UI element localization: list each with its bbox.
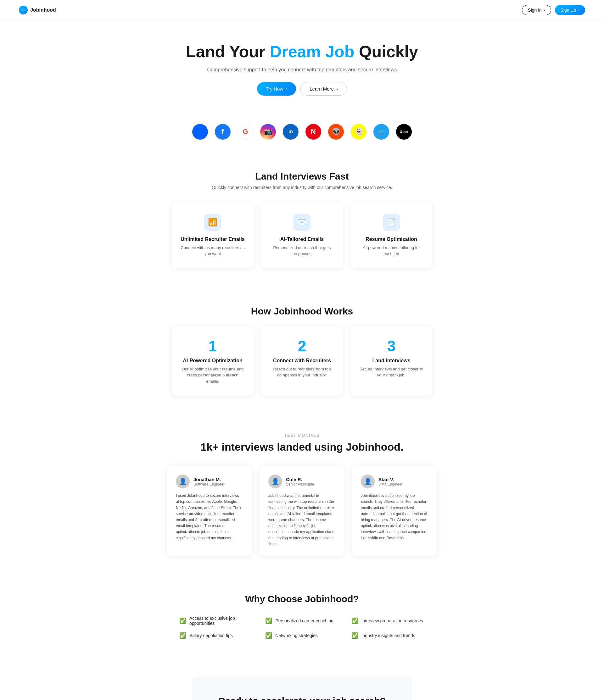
company-logo-snapchat: 👻 bbox=[351, 124, 366, 140]
step-desc: Secure interviews and get closer to your… bbox=[359, 366, 424, 378]
testimonial-card: 👤 Stan V. Data Engineer Jobinhood revolu… bbox=[352, 466, 437, 556]
interviews-title: Land Interviews Fast bbox=[6, 171, 598, 182]
card-title: AI-Tailored Emails bbox=[270, 236, 334, 242]
why-item: ✅ Interview preparation resources bbox=[352, 616, 425, 626]
why-item: ✅ Industry insights and trends bbox=[352, 632, 425, 639]
cta-box: Ready to accelerate your job search? Joi… bbox=[192, 677, 412, 700]
testimonial-role: Software Engineer bbox=[193, 482, 225, 486]
company-logo-facebook: f bbox=[215, 124, 231, 140]
chevron-right-icon: › bbox=[543, 7, 545, 12]
why-item-label: Access to exclusive job opportunities bbox=[189, 616, 252, 626]
cta-title: Ready to accelerate your job search? bbox=[204, 696, 400, 700]
why-item: ✅ Salary negotiation tips bbox=[179, 632, 252, 639]
testimonial-header: 👤 Jonathan M. Software Engineer bbox=[176, 475, 243, 489]
step-desc: Reach out to recruiters from top compani… bbox=[270, 366, 334, 378]
why-grid: ✅ Access to exclusive job opportunities … bbox=[179, 616, 425, 639]
feature-card: ✉️ AI-Tailored Emails Personalized outre… bbox=[261, 202, 343, 268]
testimonial-user-info: Jonathan M. Software Engineer bbox=[193, 477, 225, 486]
testimonials-title: 1k+ interviews landed using Jobinhood. bbox=[6, 441, 598, 453]
testimonial-user-info: Stan V. Data Engineer bbox=[379, 477, 403, 486]
card-desc: Connect with as many recruiters as you w… bbox=[180, 245, 245, 257]
testimonial-role: Senior Associate bbox=[286, 482, 314, 486]
try-now-button[interactable]: Try Now › bbox=[257, 82, 296, 96]
card-desc: AI-powered resume tailoring for each job bbox=[359, 245, 424, 257]
interviews-section: Land Interviews Fast Quickly connect wit… bbox=[0, 152, 604, 287]
check-icon: ✅ bbox=[265, 632, 272, 639]
company-logo-twitter: 🐦 bbox=[373, 124, 389, 140]
check-icon: ✅ bbox=[265, 617, 272, 624]
card-icon: ✉️ bbox=[293, 214, 311, 231]
company-logo-instagram: 📷 bbox=[260, 124, 276, 140]
company-logos: fG📷inN👽👻🐦Uber bbox=[0, 111, 604, 152]
how-card: 3 Land Interviews Secure interviews and … bbox=[351, 326, 432, 396]
avatar: 👤 bbox=[268, 475, 282, 489]
avatar: 👤 bbox=[361, 475, 375, 489]
how-section: How Jobinhood Works 1 AI-Powered Optimiz… bbox=[0, 287, 604, 415]
chevron-right-icon: › bbox=[336, 86, 338, 92]
company-logo-linkedin: in bbox=[283, 124, 298, 140]
step-number: 3 bbox=[359, 338, 424, 355]
step-number: 2 bbox=[270, 338, 334, 355]
company-logo-reddit: 👽 bbox=[328, 124, 344, 140]
why-item-label: Industry insights and trends bbox=[361, 633, 415, 638]
logo: 🐦 Jobinhood bbox=[19, 6, 56, 15]
why-item-label: Interview preparation resources bbox=[361, 618, 423, 623]
card-icon: 📄 bbox=[383, 214, 400, 231]
company-logo-dropbox bbox=[192, 124, 208, 140]
step-desc: Our AI optimizes your resume and crafts … bbox=[180, 366, 245, 384]
feature-card: 📄 Resume Optimization AI-powered resume … bbox=[351, 202, 432, 268]
testimonial-header: 👤 Stan V. Data Engineer bbox=[361, 475, 428, 489]
testimonial-text: Jobinhood revolutionized my job search. … bbox=[361, 493, 428, 541]
step-title: AI-Powered Optimization bbox=[180, 358, 245, 364]
nav-buttons: Sign In › Sign Up › bbox=[522, 5, 585, 15]
check-icon: ✅ bbox=[179, 617, 186, 624]
why-item-label: Personalized career coaching bbox=[275, 618, 333, 623]
chevron-right-icon: › bbox=[286, 86, 287, 92]
logo-icon: 🐦 bbox=[19, 6, 28, 15]
step-number: 1 bbox=[180, 338, 245, 355]
how-title: How Jobinhood Works bbox=[6, 306, 598, 317]
how-cards: 1 AI-Powered Optimization Our AI optimiz… bbox=[6, 326, 598, 396]
step-title: Land Interviews bbox=[359, 358, 424, 364]
interviews-subtitle: Quickly connect with recruiters from any… bbox=[6, 185, 598, 190]
testimonial-card: 👤 Jonathan M. Software Engineer I used J… bbox=[167, 466, 252, 556]
why-item-label: Salary negotiation tips bbox=[189, 633, 233, 638]
cta-section: Ready to accelerate your job search? Joi… bbox=[0, 658, 604, 700]
how-card: 2 Connect with Recruiters Reach out to r… bbox=[261, 326, 343, 396]
signin-button[interactable]: Sign In › bbox=[522, 5, 551, 15]
why-item: ✅ Personalized career coaching bbox=[265, 616, 338, 626]
testimonials-label: TESTIMONIALS bbox=[6, 433, 598, 438]
step-title: Connect with Recruiters bbox=[270, 358, 334, 364]
testimonial-card: 👤 Cole R. Senior Associate Jobinhood was… bbox=[260, 466, 344, 556]
testimonial-name: Jonathan M. bbox=[193, 477, 225, 482]
chevron-right-icon: › bbox=[578, 7, 579, 12]
testimonials-section: TESTIMONIALS 1k+ interviews landed using… bbox=[0, 415, 604, 575]
company-logo-netflix: N bbox=[306, 124, 321, 140]
card-icon: 📶 bbox=[204, 214, 221, 231]
card-title: Resume Optimization bbox=[359, 236, 424, 242]
check-icon: ✅ bbox=[352, 632, 358, 639]
testimonial-text: I used Jobinhood to secure interviews at… bbox=[176, 493, 243, 541]
avatar: 👤 bbox=[176, 475, 190, 489]
card-title: Unlimited Recruiter Emails bbox=[180, 236, 245, 242]
logo-text: Jobinhood bbox=[30, 7, 56, 13]
testimonial-user-info: Cole R. Senior Associate bbox=[286, 477, 314, 486]
testimonial-text: Jobinhood was instrumental in connecting… bbox=[268, 493, 336, 547]
check-icon: ✅ bbox=[352, 617, 358, 624]
learn-more-button[interactable]: Learn More › bbox=[300, 82, 347, 96]
hero-subtitle: Comprehensive support to help you connec… bbox=[6, 67, 598, 73]
why-item: ✅ Access to exclusive job opportunities bbox=[179, 616, 252, 626]
testimonial-name: Stan V. bbox=[379, 477, 403, 482]
testimonial-header: 👤 Cole R. Senior Associate bbox=[268, 475, 336, 489]
testimonial-cards: 👤 Jonathan M. Software Engineer I used J… bbox=[6, 466, 598, 556]
hero-section: Land Your Dream Job Quickly Comprehensiv… bbox=[0, 21, 604, 111]
why-item: ✅ Networking strategies bbox=[265, 632, 338, 639]
testimonial-name: Cole R. bbox=[286, 477, 314, 482]
company-logo-uber: Uber bbox=[396, 124, 412, 140]
how-card: 1 AI-Powered Optimization Our AI optimiz… bbox=[172, 326, 253, 396]
why-section: Why Choose Jobinhood? ✅ Access to exclus… bbox=[0, 575, 604, 658]
signup-button[interactable]: Sign Up › bbox=[555, 5, 585, 15]
check-icon: ✅ bbox=[179, 632, 186, 639]
hero-cta-buttons: Try Now › Learn More › bbox=[6, 82, 598, 96]
navbar: 🐦 Jobinhood Sign In › Sign Up › bbox=[0, 0, 604, 21]
